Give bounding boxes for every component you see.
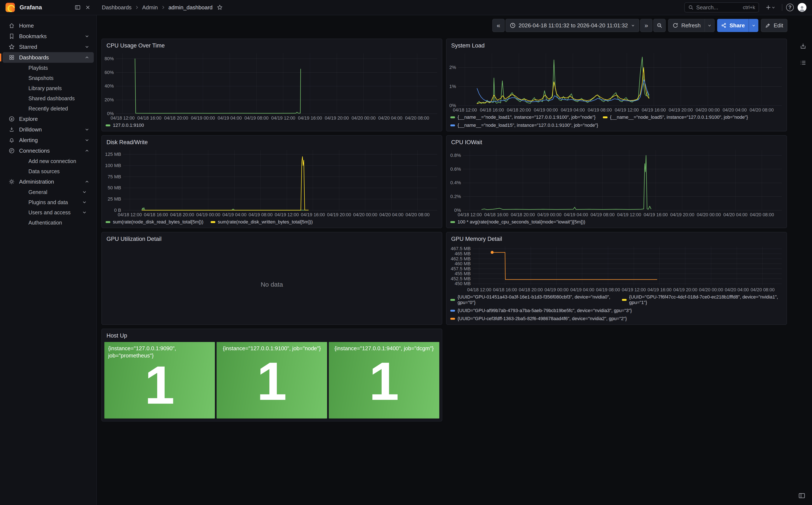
time-shift-back-button[interactable]: « [492, 19, 505, 32]
compass-icon [8, 116, 15, 122]
svg-text:04/19 20:00: 04/19 20:00 [673, 287, 697, 292]
search-input[interactable]: Search... ctrl+k [684, 2, 759, 12]
time-range-picker[interactable]: 2026-04-18 11:01:32 to 2026-04-20 11:01:… [506, 19, 639, 32]
svg-text:455 MB: 455 MB [454, 271, 471, 276]
legend-item[interactable]: sum(rate(node_disk_written_bytes_total[5… [211, 219, 313, 225]
sidebar-item-library-panels[interactable]: Library panels [3, 83, 94, 93]
share-button[interactable]: Share [717, 19, 749, 32]
panel-title[interactable]: CPU Usage Over Time [102, 39, 442, 51]
star-dashboard-button[interactable] [216, 3, 224, 12]
refresh-interval-dropdown[interactable] [704, 19, 714, 32]
sidebar-item-playlists[interactable]: Playlists [3, 63, 94, 73]
panel-title[interactable]: GPU Memory Detail [446, 232, 787, 244]
chevron-down-icon [82, 200, 87, 205]
disk-rw-chart[interactable]: 04/18 12:0004/18 16:0004/18 20:0004/19 0… [105, 148, 439, 218]
sidebar-item-shared-dashboards[interactable]: Shared dashboards [3, 93, 94, 104]
svg-text:462.5 MB: 462.5 MB [451, 256, 471, 262]
panel-title[interactable]: GPU Utilization Detail [102, 232, 442, 244]
svg-text:0%: 0% [449, 103, 456, 108]
panel-title[interactable]: CPU IOWait [446, 136, 787, 148]
time-shift-forward-button[interactable]: » [640, 19, 653, 32]
dashboard-outline-button[interactable] [798, 57, 809, 68]
sidebar-item-drilldown[interactable]: Drilldown [3, 124, 94, 135]
sidebar-item-data-sources[interactable]: Data sources [3, 166, 94, 176]
svg-text:20%: 20% [105, 97, 114, 103]
sidebar-item-general[interactable]: General [3, 187, 94, 197]
sidebar-item-explore[interactable]: Explore [3, 114, 94, 124]
sidebar-item-add-new-connection[interactable]: Add new connection [3, 156, 94, 166]
series-swatch [106, 221, 110, 223]
legend-item[interactable]: {__name__="node_load5", instance="127.0.… [603, 115, 748, 120]
panel-title[interactable]: Host Up [102, 329, 442, 341]
chevron-right-icon [161, 5, 165, 10]
sidebar-item-bookmarks[interactable]: Bookmarks [3, 31, 94, 41]
download-icon [800, 43, 807, 50]
user-avatar[interactable] [798, 3, 806, 12]
sidebar-item-home[interactable]: Home [3, 20, 94, 31]
close-sidebar-button[interactable] [83, 2, 93, 12]
cpu-usage-chart[interactable]: 04/18 12:0004/18 16:0004/18 20:0004/19 0… [105, 51, 439, 121]
zoom-out-time-button[interactable] [653, 19, 666, 32]
sidebar-item-alerting[interactable]: Alerting [3, 135, 94, 145]
share-dropdown[interactable] [749, 19, 758, 32]
cpu-usage-legend: 127.0.0.1:9100 [102, 121, 442, 131]
refresh-icon [672, 22, 678, 28]
sidebar-item-recently-deleted[interactable]: Recently deleted [3, 104, 94, 114]
svg-text:04/18 12:00: 04/18 12:00 [467, 287, 492, 292]
new-button[interactable] [763, 2, 778, 12]
svg-text:04/18 12:00: 04/18 12:00 [458, 212, 482, 217]
legend-item[interactable]: {UUID="GPU-7f6f47cc-4dcf-018d-7ce0-ec218… [622, 294, 783, 305]
refresh-button[interactable]: Refresh [669, 19, 704, 32]
legend-item[interactable]: {__name__="node_load1", instance="127.0.… [450, 115, 596, 120]
stat-tile-prometheus[interactable]: {instance="127.0.0.1:9090", job="prometh… [104, 342, 215, 418]
panel-gpu-mem: GPU Memory Detail 04/18 12:0004/18 16:00… [446, 232, 787, 325]
breadcrumb-admin[interactable]: Admin [142, 4, 158, 11]
plug-icon [8, 148, 15, 154]
panel-gpu-util: GPU Utilization Detail No data [101, 232, 442, 325]
breadcrumb-dashboards[interactable]: Dashboards [102, 4, 132, 11]
stat-tile-node[interactable]: {instance="127.0.0.1:9100", job="node"} … [217, 342, 327, 418]
legend-item[interactable]: {UUID="GPU-cef3fdff-1363-2ba5-82f6-49867… [450, 316, 627, 321]
clock-icon [510, 22, 516, 28]
chevron-down-icon [85, 138, 90, 143]
chevron-down-icon [85, 44, 90, 49]
panel-title[interactable]: Disk Read/Write [102, 136, 442, 148]
grafana-logo[interactable] [6, 3, 15, 12]
svg-text:04/19 04:00: 04/19 04:00 [222, 212, 247, 217]
cpu-iowait-chart[interactable]: 04/18 12:0004/18 16:0004/18 20:0004/19 0… [449, 148, 784, 218]
panel-title[interactable]: System Load [446, 39, 787, 51]
svg-text:04/20 08:00: 04/20 08:00 [750, 108, 774, 113]
chevron-down-icon [82, 189, 87, 195]
sidebar-item-authentication[interactable]: Authentication [3, 217, 94, 228]
legend-item[interactable]: {UUID="GPU-af99b7ab-4793-a7ba-5aeb-79bcb… [450, 308, 632, 313]
export-dashboard-button[interactable] [798, 41, 809, 52]
legend-item[interactable]: 100 * avg(rate(node_cpu_seconds_total{mo… [450, 219, 585, 225]
toggle-panel-button[interactable] [796, 490, 807, 501]
sidebar-item-starred[interactable]: Starred [3, 41, 94, 52]
cpu-iowait-legend: 100 * avg(rate(node_cpu_seconds_total{mo… [446, 218, 787, 228]
legend-item[interactable]: {UUID="GPU-01451a43-0a3f-16e1-b1d3-f356f… [450, 294, 615, 305]
legend-item[interactable]: 127.0.0.1:9100 [106, 123, 144, 128]
edit-button[interactable]: Edit [761, 19, 787, 32]
svg-text:04/19 12:00: 04/19 12:00 [617, 212, 641, 217]
legend-item[interactable]: {__name__="node_load15", instance="127.0… [450, 123, 598, 128]
header-divider [782, 4, 782, 11]
system-load-chart[interactable]: 04/18 12:0004/18 16:0004/18 20:0004/19 0… [449, 51, 784, 113]
svg-text:04/18 16:00: 04/18 16:00 [484, 212, 509, 217]
sidebar-item-dashboards[interactable]: Dashboards [3, 52, 94, 63]
legend-item[interactable]: sum(rate(node_disk_read_bytes_total[5m])… [106, 219, 204, 225]
svg-text:60%: 60% [105, 70, 114, 75]
sidebar-item-connections[interactable]: Connections [3, 145, 94, 156]
sidebar-item-administration[interactable]: Administration [3, 176, 94, 187]
series-swatch [622, 299, 627, 301]
sidebar-item-plugins-and-data[interactable]: Plugins and data [3, 197, 94, 207]
sidebar-item-snapshots[interactable]: Snapshots [3, 73, 94, 83]
sidebar-item-users-and-access[interactable]: Users and access [3, 207, 94, 217]
svg-text:04/19 16:00: 04/19 16:00 [301, 212, 325, 217]
dock-left-icon [798, 492, 806, 499]
stat-tile-dcgm[interactable]: {instance="127.0.0.1:9400", job="dcgm"} … [329, 342, 439, 418]
help-button[interactable]: ? [786, 4, 794, 11]
sidebar-toggle-button[interactable] [73, 2, 83, 12]
svg-text:04/20 04:00: 04/20 04:00 [723, 212, 748, 217]
gpu-mem-chart[interactable]: 04/18 12:0004/18 16:0004/18 20:0004/19 0… [449, 244, 784, 293]
